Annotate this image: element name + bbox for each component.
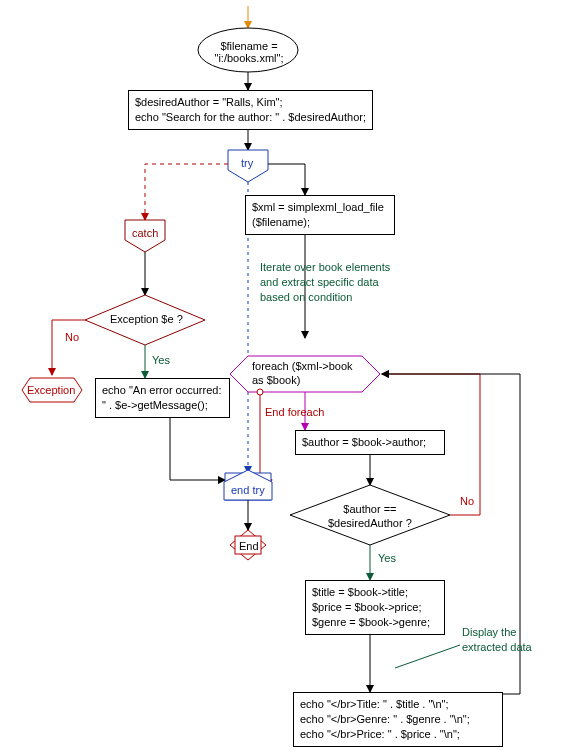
- assign-node: $desiredAuthor = "Ralls, Kim"; echo "Sea…: [128, 90, 373, 130]
- err-line1: echo "An error occurred:: [102, 384, 221, 396]
- author-decision: $author == $desiredAuthor ?: [328, 502, 412, 531]
- exception-decision: Exception $e ?: [110, 313, 183, 325]
- exq-no-label: No: [65, 331, 79, 343]
- catch-node: catch: [132, 227, 158, 239]
- start-line1: $filename =: [220, 40, 277, 52]
- start-line2: "i:/books.xml";: [215, 52, 284, 64]
- author-assign-node: $author = $book->author;: [295, 430, 445, 455]
- comment-iterate: Iterate over book elements and extract s…: [260, 260, 390, 305]
- load-node: $xml = simplexml_load_file ($filename);: [245, 195, 395, 235]
- end-node: End: [239, 540, 259, 552]
- try-node: try: [241, 157, 253, 169]
- comment1-line3: based on condition: [260, 291, 352, 303]
- start-node: $filename = "i:/books.xml";: [214, 40, 284, 64]
- author-assign-text: $author = $book->author;: [302, 436, 426, 448]
- comment-display: Display the extracted data: [462, 625, 532, 655]
- endtry-node: end try: [231, 484, 265, 496]
- end-foreach-label: End foreach: [265, 406, 324, 418]
- comment1-line1: Iterate over book elements: [260, 261, 390, 273]
- foreach-node: foreach ($xml->book as $book): [252, 359, 353, 388]
- svg-point-13: [257, 389, 263, 395]
- flowchart-stage: $filename = "i:/books.xml"; $desiredAuth…: [0, 0, 565, 750]
- block-node: $title = $book->title; $price = $book->p…: [305, 580, 445, 635]
- err-line2: " . $e->getMessage();: [102, 399, 208, 411]
- error-echo-node: echo "An error occurred: " . $e->getMess…: [95, 378, 230, 418]
- foreach-line2: as $book): [252, 374, 300, 386]
- svg-line-19: [395, 645, 460, 668]
- load-line2: ($filename);: [252, 216, 310, 228]
- assign-line2: echo "Search for the author: " . $desire…: [135, 111, 366, 123]
- echo-node: echo "</br>Title: " . $title . "\n"; ech…: [293, 692, 503, 747]
- assign-line1: $desiredAuthor = "Ralls, Kim";: [135, 96, 283, 108]
- foreach-line1: foreach ($xml->book: [252, 360, 353, 372]
- exception-node: Exception: [27, 384, 75, 396]
- authorq-yes-label: Yes: [378, 552, 396, 564]
- echo-line3: echo "</br>Price: " . $price . "\n";: [300, 728, 460, 740]
- block-line2: $price = $book->price;: [312, 601, 421, 613]
- exq-yes-label: Yes: [152, 354, 170, 366]
- block-line3: $genre = $book->genre;: [312, 616, 430, 628]
- comment2-line1: Display the: [462, 626, 516, 638]
- comment2-line2: extracted data: [462, 641, 532, 653]
- echo-line2: echo "</br>Genre: " . $genre . "\n";: [300, 713, 470, 725]
- authorq-line2: $desiredAuthor ?: [328, 517, 412, 529]
- echo-line1: echo "</br>Title: " . $title . "\n";: [300, 698, 449, 710]
- authorq-line1: $author ==: [343, 503, 396, 515]
- load-line1: $xml = simplexml_load_file: [252, 201, 384, 213]
- comment1-line2: and extract specific data: [260, 276, 379, 288]
- block-line1: $title = $book->title;: [312, 586, 408, 598]
- authorq-no-label: No: [460, 495, 474, 507]
